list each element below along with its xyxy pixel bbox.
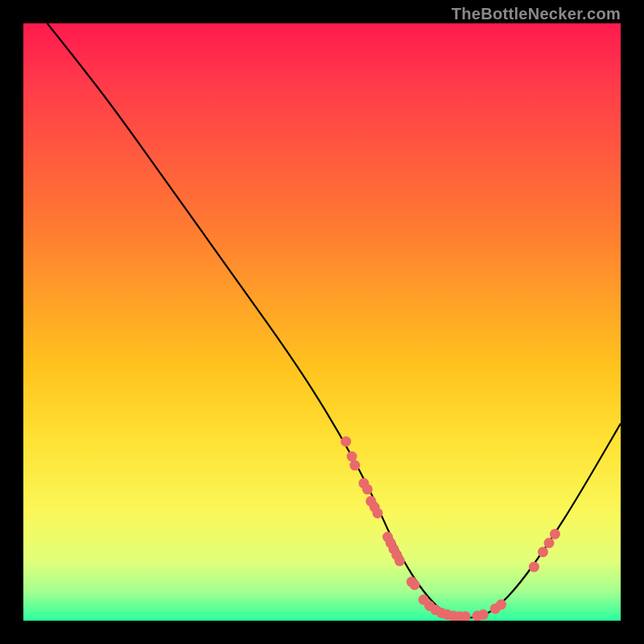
data-point (410, 580, 420, 590)
data-points-group (341, 436, 560, 621)
data-point (496, 600, 506, 610)
data-point (362, 484, 373, 494)
attribution-text: TheBottleNecker.com (452, 5, 621, 23)
data-point (373, 508, 383, 518)
data-point (544, 538, 555, 548)
data-point (538, 547, 548, 557)
data-point (347, 452, 357, 462)
chart-svg (23, 23, 621, 621)
data-point (341, 436, 351, 447)
bottleneck-curve (47, 23, 621, 617)
data-point (394, 555, 405, 566)
data-point (478, 609, 489, 620)
data-point (529, 562, 539, 572)
data-point (550, 529, 560, 539)
chart-area (23, 23, 621, 621)
data-point (349, 460, 360, 471)
